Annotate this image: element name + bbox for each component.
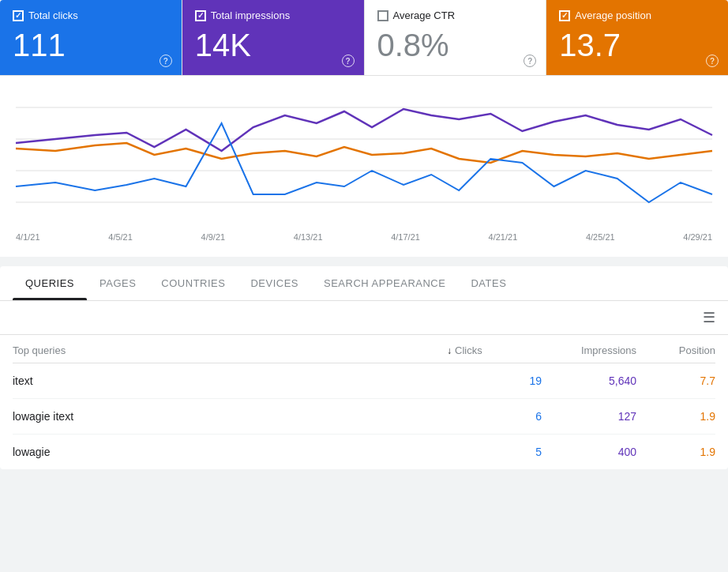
x-label-3: 4/9/21: [201, 232, 226, 242]
table-row: lowagie 5 400 1.9: [13, 435, 715, 469]
header-query: Top queries: [13, 344, 447, 356]
average-position-label: Average position: [575, 9, 651, 21]
tab-pages[interactable]: PAGES: [87, 266, 148, 300]
x-label-1: 4/1/21: [16, 232, 40, 242]
tab-queries[interactable]: QUERIES: [13, 266, 87, 300]
total-clicks-help-icon[interactable]: ?: [159, 55, 172, 67]
x-label-8: 4/29/21: [683, 232, 712, 242]
filter-row: ☰: [0, 301, 728, 335]
average-ctr-help-icon[interactable]: ?: [523, 55, 536, 67]
query-cell: itext: [13, 374, 447, 387]
impressions-cell: 5,640: [542, 374, 636, 387]
dashboard: Total clicks 111 ? Total impressions 14K…: [0, 0, 728, 469]
total-impressions-card: Total impressions 14K ?: [182, 0, 365, 75]
x-label-2: 4/5/21: [108, 232, 133, 242]
query-cell: lowagie: [13, 446, 447, 458]
filter-icon[interactable]: ☰: [703, 309, 715, 326]
metric-cards: Total clicks 111 ? Total impressions 14K…: [0, 0, 728, 75]
total-clicks-label: Total clicks: [28, 9, 78, 21]
impressions-cell: 127: [542, 410, 636, 423]
tab-devices[interactable]: DEVICES: [238, 266, 311, 300]
header-impressions: Impressions: [542, 344, 636, 356]
impressions-cell: 400: [542, 446, 636, 458]
query-cell: lowagie itext: [13, 410, 447, 423]
metric-header-impressions: Total impressions: [195, 9, 351, 21]
x-label-4: 4/13/21: [294, 232, 323, 242]
x-label-6: 4/21/21: [489, 232, 518, 242]
average-ctr-label: Average CTR: [393, 9, 456, 21]
total-impressions-value: 14K: [195, 28, 351, 62]
total-clicks-value: 111: [13, 28, 169, 62]
tab-search-appearance[interactable]: SEARCH APPEARANCE: [311, 266, 458, 300]
metric-header: Total clicks: [13, 9, 169, 21]
total-impressions-help-icon[interactable]: ?: [342, 55, 355, 67]
metric-header-position: Average position: [559, 9, 715, 21]
x-label-7: 4/25/21: [586, 232, 615, 242]
chart-area: 4/1/21 4/5/21 4/9/21 4/13/21 4/17/21 4/2…: [0, 75, 728, 257]
average-ctr-card: Average CTR 0.8% ?: [365, 0, 547, 75]
total-impressions-label: Total impressions: [211, 9, 290, 21]
tab-countries[interactable]: COUNTRIES: [148, 266, 238, 300]
position-cell: 1.9: [636, 446, 715, 458]
clicks-cell: 19: [447, 374, 542, 387]
position-cell: 1.9: [636, 410, 715, 423]
average-ctr-value: 0.8%: [377, 28, 534, 62]
average-position-value: 13.7: [559, 28, 715, 62]
tab-dates[interactable]: DATES: [458, 266, 519, 300]
metric-header-ctr: Average CTR: [377, 9, 534, 21]
sort-arrow-icon: ↓: [447, 345, 452, 356]
table-row: lowagie itext 6 127 1.9: [13, 399, 715, 435]
average-position-card: Average position 13.7 ?: [546, 0, 728, 75]
position-cell: 7.7: [636, 374, 715, 387]
tab-bar: QUERIES PAGES COUNTRIES DEVICES SEARCH A…: [0, 266, 728, 301]
average-position-checkbox[interactable]: [559, 10, 570, 21]
chart-container: [16, 92, 712, 226]
line-chart: [16, 92, 712, 218]
x-label-5: 4/17/21: [391, 232, 420, 242]
x-axis-labels: 4/1/21 4/5/21 4/9/21 4/13/21 4/17/21 4/2…: [16, 226, 712, 242]
table-row: itext 19 5,640 7.7: [13, 363, 715, 399]
average-position-help-icon[interactable]: ?: [706, 55, 719, 67]
total-clicks-card: Total clicks 111 ?: [0, 0, 182, 75]
bottom-section: QUERIES PAGES COUNTRIES DEVICES SEARCH A…: [0, 266, 728, 469]
clicks-cell: 6: [447, 410, 542, 423]
header-position: Position: [636, 344, 715, 356]
header-clicks: ↓ Clicks: [447, 344, 542, 356]
total-impressions-checkbox[interactable]: [195, 10, 206, 21]
total-clicks-checkbox[interactable]: [13, 10, 24, 21]
average-ctr-checkbox[interactable]: [377, 10, 388, 21]
table-header: Top queries ↓ Clicks Impressions Positio…: [13, 335, 715, 363]
clicks-cell: 5: [447, 446, 542, 458]
table-container: Top queries ↓ Clicks Impressions Positio…: [0, 335, 728, 469]
